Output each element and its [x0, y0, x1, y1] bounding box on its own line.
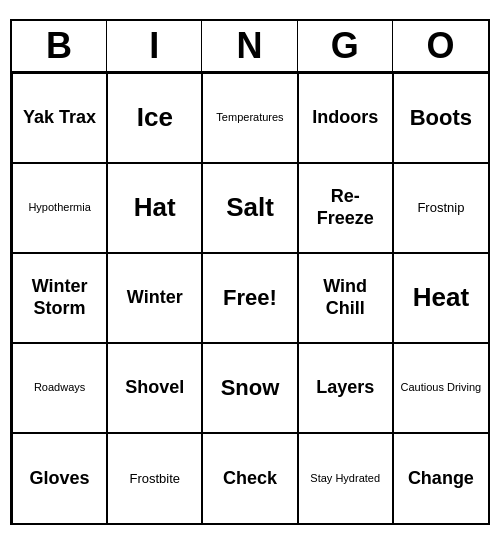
- header-letter-B: B: [12, 21, 107, 71]
- header-letter-N: N: [202, 21, 297, 71]
- bingo-card: BINGO Yak TraxIceTemperaturesIndoorsBoot…: [10, 19, 490, 525]
- cell-text-18: Layers: [316, 377, 374, 399]
- bingo-header: BINGO: [12, 21, 488, 73]
- bingo-cell-8[interactable]: Re-Freeze: [298, 163, 393, 253]
- cell-text-12: Free!: [223, 285, 277, 311]
- bingo-cell-5[interactable]: Hypothermia: [12, 163, 107, 253]
- cell-text-1: Ice: [137, 102, 173, 133]
- bingo-cell-13[interactable]: Wind Chill: [298, 253, 393, 343]
- cell-text-2: Temperatures: [216, 111, 283, 124]
- cell-text-15: Roadways: [34, 381, 85, 394]
- bingo-cell-0[interactable]: Yak Trax: [12, 73, 107, 163]
- header-letter-I: I: [107, 21, 202, 71]
- cell-text-4: Boots: [410, 105, 472, 131]
- bingo-cell-23[interactable]: Stay Hydrated: [298, 433, 393, 523]
- cell-text-24: Change: [408, 468, 474, 490]
- bingo-cell-2[interactable]: Temperatures: [202, 73, 297, 163]
- cell-text-13: Wind Chill: [303, 276, 388, 319]
- bingo-cell-24[interactable]: Change: [393, 433, 488, 523]
- bingo-cell-12[interactable]: Free!: [202, 253, 297, 343]
- bingo-cell-16[interactable]: Shovel: [107, 343, 202, 433]
- bingo-cell-10[interactable]: Winter Storm: [12, 253, 107, 343]
- cell-text-20: Gloves: [30, 468, 90, 490]
- bingo-cell-3[interactable]: Indoors: [298, 73, 393, 163]
- bingo-grid: Yak TraxIceTemperaturesIndoorsBootsHypot…: [12, 73, 488, 523]
- cell-text-5: Hypothermia: [28, 201, 90, 214]
- cell-text-11: Winter: [127, 287, 183, 309]
- bingo-cell-6[interactable]: Hat: [107, 163, 202, 253]
- cell-text-19: Cautious Driving: [401, 381, 482, 394]
- cell-text-10: Winter Storm: [17, 276, 102, 319]
- cell-text-9: Frostnip: [417, 200, 464, 216]
- header-letter-O: O: [393, 21, 488, 71]
- cell-text-16: Shovel: [125, 377, 184, 399]
- header-letter-G: G: [298, 21, 393, 71]
- bingo-cell-9[interactable]: Frostnip: [393, 163, 488, 253]
- cell-text-17: Snow: [221, 375, 280, 401]
- bingo-cell-18[interactable]: Layers: [298, 343, 393, 433]
- bingo-cell-4[interactable]: Boots: [393, 73, 488, 163]
- bingo-cell-7[interactable]: Salt: [202, 163, 297, 253]
- bingo-cell-20[interactable]: Gloves: [12, 433, 107, 523]
- cell-text-8: Re-Freeze: [303, 186, 388, 229]
- bingo-cell-21[interactable]: Frostbite: [107, 433, 202, 523]
- cell-text-14: Heat: [413, 282, 469, 313]
- bingo-cell-14[interactable]: Heat: [393, 253, 488, 343]
- bingo-cell-11[interactable]: Winter: [107, 253, 202, 343]
- bingo-cell-15[interactable]: Roadways: [12, 343, 107, 433]
- bingo-cell-17[interactable]: Snow: [202, 343, 297, 433]
- cell-text-3: Indoors: [312, 107, 378, 129]
- cell-text-6: Hat: [134, 192, 176, 223]
- bingo-cell-19[interactable]: Cautious Driving: [393, 343, 488, 433]
- cell-text-21: Frostbite: [130, 471, 181, 487]
- cell-text-22: Check: [223, 468, 277, 490]
- bingo-cell-22[interactable]: Check: [202, 433, 297, 523]
- cell-text-7: Salt: [226, 192, 274, 223]
- cell-text-0: Yak Trax: [23, 107, 96, 129]
- bingo-cell-1[interactable]: Ice: [107, 73, 202, 163]
- cell-text-23: Stay Hydrated: [310, 472, 380, 485]
